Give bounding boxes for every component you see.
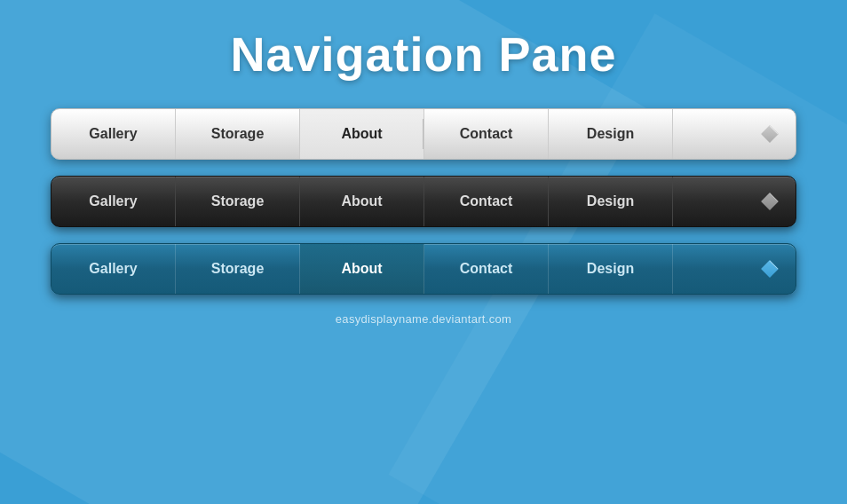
dropdown-icon-dark <box>761 193 779 210</box>
nav-item-about-dark[interactable]: About <box>300 177 424 226</box>
nav-item-contact-light[interactable]: Contact <box>424 109 549 159</box>
nav-item-storage-dark[interactable]: Storage <box>176 177 300 226</box>
nav-item-about-blue[interactable]: About <box>300 244 424 294</box>
nav-item-storage-light[interactable]: Storage <box>176 109 300 159</box>
nav-dropdown-blue[interactable] <box>744 244 796 294</box>
nav-item-design-blue[interactable]: Design <box>549 244 673 294</box>
nav-item-contact-blue[interactable]: Contact <box>424 244 549 294</box>
nav-item-design-light[interactable]: Design <box>549 109 673 159</box>
nav-spacer-dark <box>673 177 744 226</box>
nav-bar-light: Gallery Storage About Contact Design <box>51 108 796 160</box>
nav-bar-dark: Gallery Storage About Contact Design <box>51 176 796 227</box>
nav-container: Gallery Storage About Contact Design Gal… <box>51 108 796 295</box>
nav-item-contact-dark[interactable]: Contact <box>424 177 549 226</box>
nav-spacer-light <box>673 109 744 159</box>
nav-item-gallery-light[interactable]: Gallery <box>51 109 176 159</box>
nav-dropdown-dark[interactable] <box>744 177 796 226</box>
dropdown-icon-blue <box>761 260 779 278</box>
nav-item-storage-blue[interactable]: Storage <box>176 244 300 294</box>
nav-item-gallery-dark[interactable]: Gallery <box>51 177 176 226</box>
nav-bar-blue: Gallery Storage About Contact Design <box>51 243 796 295</box>
nav-spacer-blue <box>673 244 744 294</box>
footer-text: easydisplayname.deviantart.com <box>336 312 511 326</box>
nav-dropdown-light[interactable] <box>744 109 796 159</box>
nav-item-gallery-blue[interactable]: Gallery <box>51 244 176 294</box>
page-title: Navigation Pane <box>230 27 616 82</box>
nav-item-about-light[interactable]: About <box>300 109 424 159</box>
dropdown-icon-light <box>761 125 779 143</box>
nav-item-design-dark[interactable]: Design <box>549 177 673 226</box>
